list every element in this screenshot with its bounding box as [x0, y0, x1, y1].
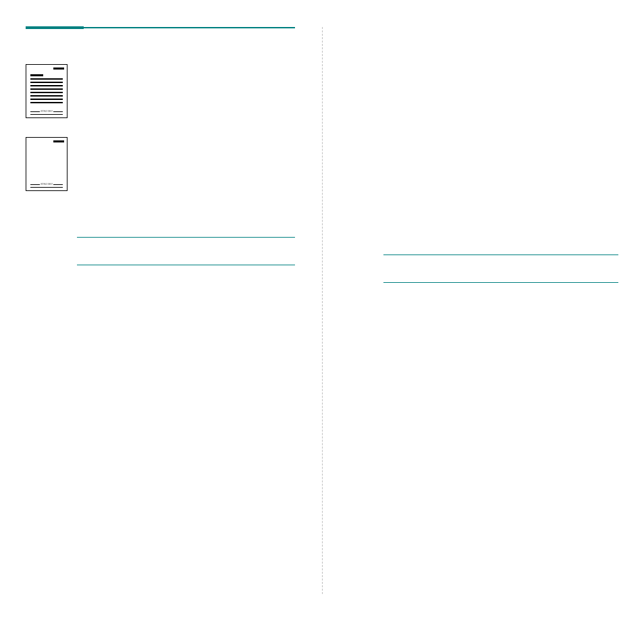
body-paragraph: All letters are typed in Arial, 10pt on …: [352, 49, 619, 83]
item-title: Continuation sheet: [76, 137, 295, 146]
continuation-thumb-icon: [26, 137, 68, 191]
column-divider: [322, 27, 323, 594]
right-column: Typing a letter on the letterhead All le…: [350, 27, 619, 594]
catalogue-item: Continuation sheet Used for the second a…: [26, 137, 295, 191]
body-paragraph: Paragraphs are separated by one blank li…: [352, 146, 619, 180]
reference-row[interactable]: Letter layout specification (PDF): [383, 227, 619, 255]
reference-list: Letter layout specification (PDF) Addres…: [383, 227, 619, 283]
reference-row[interactable]: Address and salutation style guide: [383, 255, 619, 283]
right-heading: Typing a letter on the letterhead: [352, 27, 619, 37]
body-paragraph: Continuation sheets pick up the body tex…: [352, 189, 619, 211]
catalogue-item: Standard letterhead Used for all general…: [26, 64, 295, 118]
download-label: Letterhead, editable Word template: [77, 210, 295, 227]
section-heading: Letterhead stationery: [26, 43, 295, 55]
item-desc: Used for the second and subsequent pages…: [76, 151, 295, 183]
section-rule: [26, 27, 295, 28]
download-label: Continuation sheet, editable Word templa…: [77, 238, 295, 255]
item-title: Standard letterhead: [76, 64, 295, 74]
reference-label: Letter layout specification (PDF): [383, 227, 619, 245]
download-row[interactable]: Continuation sheet, editable Word templa…: [77, 238, 295, 265]
left-column: Letterhead stationery Standard letterhea…: [26, 27, 295, 594]
reference-label: Address and salutation style guide: [383, 255, 619, 273]
body-paragraph: The recipient's name and address are pos…: [352, 92, 619, 137]
download-list: Letterhead, editable Word template Conti…: [77, 210, 295, 265]
download-row[interactable]: Letterhead, editable Word template: [77, 210, 295, 238]
item-desc: Used for all general correspondence. The…: [76, 78, 295, 110]
letterhead-thumb-icon: [26, 64, 68, 118]
